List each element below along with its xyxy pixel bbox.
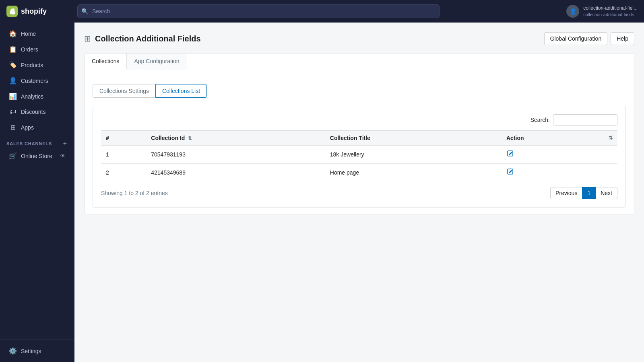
table-search-input[interactable] [553,114,617,125]
page-title-area: ⊞ Collection Additional Fields [84,34,201,43]
th-collection-id[interactable]: Collection Id ⇅ [146,131,325,146]
tab-app-configuration[interactable]: App Configuration [127,53,187,70]
sidebar-bottom: ⚙️ Settings [0,339,74,359]
sidebar-item-orders[interactable]: 📋 Orders [2,42,72,57]
sidebar-item-discounts[interactable]: 🏷 Discounts [2,105,72,119]
sidebar-item-online-store[interactable]: 🛒 Online Store 👁 [2,149,72,162]
global-config-button[interactable]: Global Configuration [544,32,608,45]
analytics-icon: 📊 [9,93,17,100]
user-profile[interactable]: 👤 collection-additional-fiel... collecti… [566,5,638,18]
sidebar-item-analytics[interactable]: 📊 Analytics [2,89,72,104]
sidebar-label-analytics: Analytics [21,93,43,100]
cell-id-1: 70547931193 [146,146,325,164]
page-header: ⊞ Collection Additional Fields Global Co… [84,32,634,45]
top-bar: shopify 🔍 👤 collection-additional-fiel..… [0,0,644,23]
sidebar-label-customers: Customers [21,78,48,84]
tab-collections[interactable]: Collections [85,53,127,70]
help-button[interactable]: Help [611,32,634,45]
sidebar-item-apps[interactable]: ⊞ Apps [2,120,72,135]
content-card: Search: # Collection Id ⇅ Collection Tit… [93,106,626,208]
previous-button[interactable]: Previous [550,187,582,199]
inner-tabs: Collections Settings Collections List [93,84,626,98]
th-action[interactable]: Action ⇅ [502,131,617,146]
add-sales-channel-icon[interactable]: ＋ [62,140,68,147]
cell-id-2: 42145349689 [146,164,325,182]
sidebar: 🏠 Home 📋 Orders 🏷️ Products 👤 Customers … [0,23,74,362]
edit-button-1[interactable] [506,150,514,159]
home-icon: 🏠 [9,30,17,37]
sales-channels-label: SALES CHANNELS [6,141,52,146]
logo-text: shopify [21,7,47,16]
sidebar-item-customers[interactable]: 👤 Customers [2,73,72,88]
apps-icon: ⊞ [9,123,17,131]
user-sub: collection-additional-fields [583,12,638,17]
avatar: 👤 [566,5,579,18]
shopify-logo-icon [6,6,18,17]
table-row: 1 70547931193 18k Jewellery [101,146,617,164]
shopify-logo: shopify [6,6,71,17]
table-header-row: # Collection Id ⇅ Collection Title Actio… [101,131,617,146]
customers-icon: 👤 [9,77,17,84]
collections-table: # Collection Id ⇅ Collection Title Actio… [101,130,617,181]
page-title-icon: ⊞ [84,34,91,43]
cell-num-2: 2 [101,164,146,182]
sidebar-label-settings: Settings [21,348,41,354]
online-store-icon: 🛒 [9,152,17,160]
inner-tab-settings[interactable]: Collections Settings [93,84,156,98]
search-icon: 🔍 [81,8,88,14]
sidebar-item-settings[interactable]: ⚙️ Settings [2,343,72,358]
search-input[interactable] [77,4,440,18]
orders-icon: 📋 [9,45,17,53]
th-collection-title: Collection Title [325,131,502,146]
cell-action-2 [502,164,617,182]
sidebar-item-home[interactable]: 🏠 Home [2,26,72,41]
online-store-label: Online Store [21,153,52,159]
page-title: Collection Additional Fields [95,34,201,43]
table-search-bar: Search: [101,114,617,125]
eye-icon[interactable]: 👁 [60,153,66,159]
products-icon: 🏷️ [9,61,17,69]
next-button[interactable]: Next [595,187,617,199]
cell-action-1 [502,146,617,164]
cell-title-1: 18k Jewellery [325,146,502,164]
search-label: Search: [530,117,550,123]
sales-channels-section: SALES CHANNELS ＋ [0,135,74,149]
edit-button-2[interactable] [506,168,514,177]
sidebar-label-products: Products [21,62,43,68]
user-name: collection-additional-fiel... [583,5,638,12]
search-bar[interactable]: 🔍 [77,4,440,18]
th-num: # [101,131,146,146]
main-content: ⊞ Collection Additional Fields Global Co… [74,23,644,362]
sort-collection-id-icon: ⇅ [188,136,192,141]
edit-icon-1 [507,150,514,157]
sidebar-label-discounts: Discounts [21,109,45,115]
edit-icon-2 [507,169,514,175]
main-tabs: Collections App Configuration [84,53,634,70]
sidebar-label-apps: Apps [21,124,34,131]
tab-panel: Collections Settings Collections List Se… [84,70,634,214]
discounts-icon: 🏷 [9,108,17,115]
page-1-button[interactable]: 1 [582,187,596,199]
user-info: collection-additional-fiel... collection… [583,5,638,17]
page-header-actions: Global Configuration Help [544,32,634,45]
app-body: 🏠 Home 📋 Orders 🏷️ Products 👤 Customers … [0,23,644,362]
cell-title-2: Home page [325,164,502,182]
pagination-area: Showing 1 to 2 of 2 entries Previous 1 N… [101,187,617,199]
cell-num-1: 1 [101,146,146,164]
sort-action-icon: ⇅ [609,135,613,141]
inner-tab-list[interactable]: Collections List [155,84,207,98]
sidebar-item-products[interactable]: 🏷️ Products [2,58,72,72]
pagination-controls: Previous 1 Next [550,187,617,199]
sidebar-label-orders: Orders [21,46,38,53]
showing-text: Showing 1 to 2 of 2 entries [101,190,168,196]
table-row: 2 42145349689 Home page [101,164,617,182]
sidebar-label-home: Home [21,31,36,37]
settings-icon: ⚙️ [9,347,17,355]
